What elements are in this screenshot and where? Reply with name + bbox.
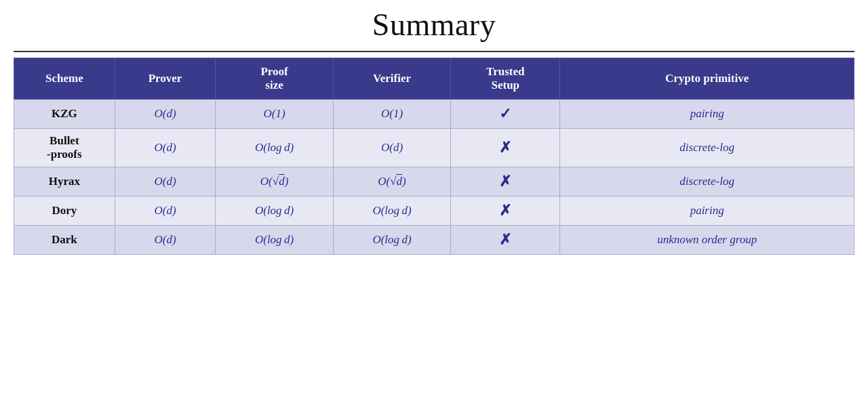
header-scheme: Scheme <box>14 58 115 100</box>
table-header: Scheme Prover Proofsize Verifier Trusted… <box>14 58 854 100</box>
cell-crypto-primitive: pairing <box>560 196 854 226</box>
cell-scheme: KZG <box>14 100 115 129</box>
cell-crypto-primitive: unknown order group <box>560 226 854 255</box>
divider <box>14 51 854 52</box>
cell-verifier: O(d) <box>333 129 450 167</box>
cell-verifier: O(√d) <box>333 167 450 196</box>
cell-proof-size: O(log d) <box>216 226 333 255</box>
header-trusted-setup: TrustedSetup <box>451 58 560 100</box>
header-proof-size: Proofsize <box>216 58 333 100</box>
cell-scheme: Bullet-proofs <box>14 129 115 167</box>
table-row: HyraxO(d)O(√d)O(√d)✗discrete-log <box>14 167 854 196</box>
cell-scheme: Dark <box>14 226 115 255</box>
cell-trusted-setup: ✗ <box>451 196 560 226</box>
cell-crypto-primitive: discrete-log <box>560 167 854 196</box>
cell-trusted-setup: ✗ <box>451 226 560 255</box>
table-row: DoryO(d)O(log d)O(log d)✗pairing <box>14 196 854 226</box>
cell-trusted-setup: ✓ <box>451 100 560 129</box>
header-prover: Prover <box>115 58 216 100</box>
cell-trusted-setup: ✗ <box>451 129 560 167</box>
cell-scheme: Hyrax <box>14 167 115 196</box>
cell-crypto-primitive: pairing <box>560 100 854 129</box>
cell-scheme: Dory <box>14 196 115 226</box>
cell-proof-size: O(log d) <box>216 129 333 167</box>
header-verifier: Verifier <box>333 58 450 100</box>
cell-verifier: O(log d) <box>333 226 450 255</box>
table-body: KZGO(d)O(1)O(1)✓pairingBullet-proofsO(d)… <box>14 100 854 255</box>
table-row: KZGO(d)O(1)O(1)✓pairing <box>14 100 854 129</box>
cell-prover: O(d) <box>115 196 216 226</box>
cell-proof-size: O(1) <box>216 100 333 129</box>
cell-verifier: O(log d) <box>333 196 450 226</box>
cell-trusted-setup: ✗ <box>451 167 560 196</box>
cell-prover: O(d) <box>115 100 216 129</box>
table-row: DarkO(d)O(log d)O(log d)✗unknown order g… <box>14 226 854 255</box>
cell-crypto-primitive: discrete-log <box>560 129 854 167</box>
table-row: Bullet-proofsO(d)O(log d)O(d)✗discrete-l… <box>14 129 854 167</box>
cell-verifier: O(1) <box>333 100 450 129</box>
header-crypto-primitive: Crypto primitive <box>560 58 854 100</box>
summary-table: Scheme Prover Proofsize Verifier Trusted… <box>14 58 854 255</box>
cell-proof-size: O(log d) <box>216 196 333 226</box>
cell-prover: O(d) <box>115 226 216 255</box>
cell-prover: O(d) <box>115 167 216 196</box>
cell-prover: O(d) <box>115 129 216 167</box>
page-title: Summary <box>372 7 496 43</box>
cell-proof-size: O(√d) <box>216 167 333 196</box>
